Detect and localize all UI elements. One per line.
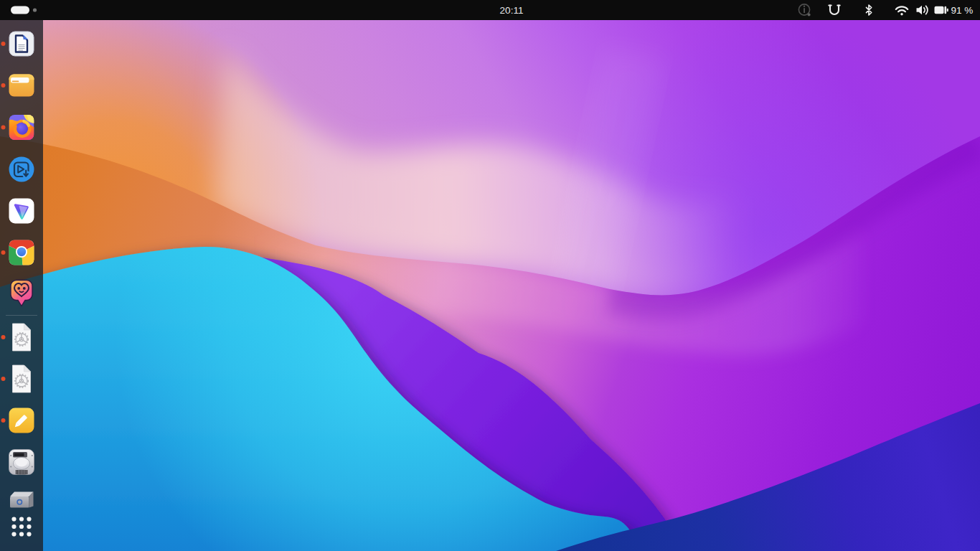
svg-text:91 %: 91 % <box>951 5 974 16</box>
svg-text:20:11: 20:11 <box>500 5 524 16</box>
